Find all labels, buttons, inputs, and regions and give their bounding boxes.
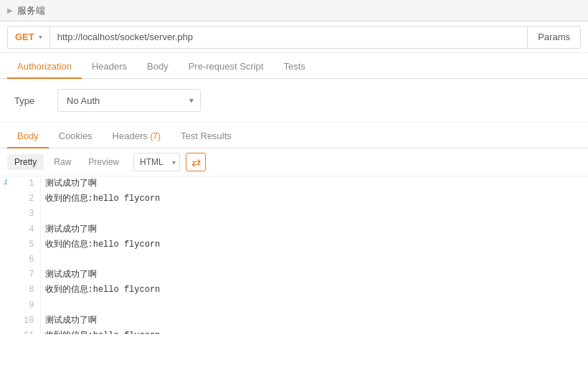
table-row: 4测试成功了啊 [0,222,588,237]
line-number: 9 [11,298,40,313]
line-number: 11 [11,328,40,334]
line-indicator [0,252,11,267]
response-tab-cookies[interactable]: Cookies [49,125,103,148]
info-icon: i [4,179,8,186]
wrap-icon: ⇄ [191,156,201,169]
format-row: Pretty Raw Preview HTML JSON XML Text ⇄ [0,148,588,176]
response-tab-headers[interactable]: Headers (7) [103,125,171,148]
code-content [40,298,588,313]
line-indicator [0,328,11,334]
code-content: 收到的信息:hello flycorn [40,328,588,334]
type-label: Type [14,95,43,106]
raw-button[interactable]: Raw [47,154,78,170]
code-content: 测试成功了啊 [40,267,588,283]
line-indicator [0,191,11,207]
line-number: 10 [11,313,40,328]
method-label: GET [15,32,34,42]
code-panel: i1测试成功了啊2收到的信息:hello flycorn34测试成功了啊5收到的… [0,176,588,334]
table-row: 8收到的信息:hello flycorn [0,283,588,298]
line-indicator [0,237,11,252]
line-indicator [0,298,11,313]
code-content: 测试成功了啊 [40,313,588,328]
request-tabs-row: Authorization Headers Body Pre-request S… [0,53,588,79]
code-content: 收到的信息:hello flycorn [40,237,588,252]
line-indicator [0,222,11,237]
request-row: GET ▾ Params [0,22,588,53]
url-input[interactable] [49,26,527,49]
table-row: 10测试成功了啊 [0,313,588,328]
line-indicator [0,313,11,328]
tab-body[interactable]: Body [137,55,179,79]
tab-headers[interactable]: Headers [82,55,137,79]
line-number: 1 [11,176,40,191]
line-number: 4 [11,222,40,237]
table-row: 2收到的信息:hello flycorn [0,191,588,207]
tab-authorization[interactable]: Authorization [7,55,82,79]
auth-type-select-wrapper: No Auth Bearer Token Basic Auth API Key … [57,89,201,112]
method-selector[interactable]: GET ▾ [7,26,49,49]
table-row: 5收到的信息:hello flycorn [0,237,588,252]
line-number: 5 [11,237,40,252]
line-indicator: i [0,176,11,191]
tab-tests[interactable]: Tests [273,55,315,79]
top-bar: ▶ 服务端 [0,0,588,22]
collapse-icon: ▶ [7,6,13,14]
code-content [40,252,588,267]
table-row: 7测试成功了啊 [0,267,588,283]
format-select[interactable]: HTML JSON XML Text [133,153,180,171]
preview-button[interactable]: Preview [81,154,126,170]
params-button[interactable]: Params [527,26,581,49]
line-number: 6 [11,252,40,267]
line-indicator [0,207,11,222]
line-indicator [0,283,11,298]
response-tabs-row: Body Cookies Headers (7) Test Results [0,123,588,148]
headers-badge: (7) [150,131,161,141]
chevron-down-icon: ▾ [39,33,42,41]
code-content: 测试成功了啊 [40,176,588,191]
code-table: i1测试成功了啊2收到的信息:hello flycorn34测试成功了啊5收到的… [0,176,588,334]
line-number: 8 [11,283,40,298]
auth-type-row: Type No Auth Bearer Token Basic Auth API… [0,79,588,123]
table-row: 9 [0,298,588,313]
pretty-button[interactable]: Pretty [7,154,44,170]
response-tab-test-results[interactable]: Test Results [171,125,242,148]
top-bar-title: 服务端 [17,4,45,17]
line-indicator [0,267,11,283]
line-number: 3 [11,207,40,222]
wrap-button[interactable]: ⇄ [186,153,206,171]
tab-pre-request-script[interactable]: Pre-request Script [179,55,274,79]
line-number: 2 [11,191,40,207]
code-content: 测试成功了啊 [40,222,588,237]
table-row: 11收到的信息:hello flycorn [0,328,588,334]
line-number: 7 [11,267,40,283]
table-row: 6 [0,252,588,267]
response-tab-body[interactable]: Body [7,125,49,148]
table-row: 3 [0,207,588,222]
format-select-wrapper: HTML JSON XML Text [133,153,180,171]
code-content [40,207,588,222]
code-content: 收到的信息:hello flycorn [40,283,588,298]
auth-type-select[interactable]: No Auth Bearer Token Basic Auth API Key … [57,89,201,112]
table-row: i1测试成功了啊 [0,176,588,191]
code-content: 收到的信息:hello flycorn [40,191,588,207]
